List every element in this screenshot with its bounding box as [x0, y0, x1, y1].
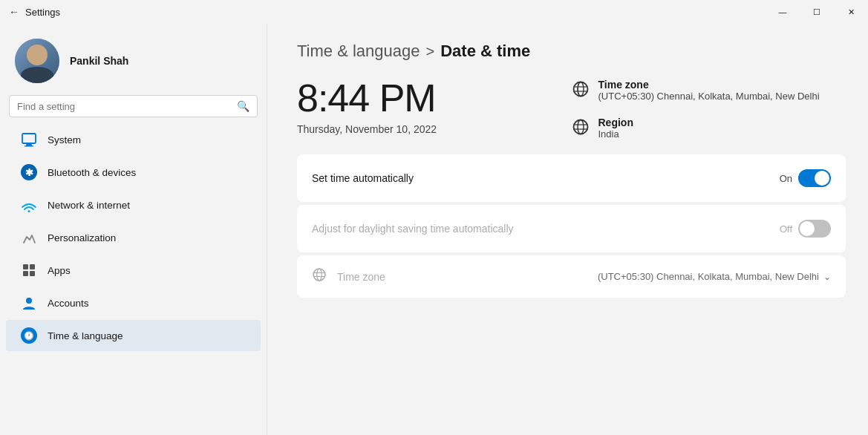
timezone-label: Time zone: [598, 79, 820, 91]
svg-rect-0: [22, 134, 36, 143]
breadcrumb: Time & language > Date & time: [297, 24, 846, 76]
daylight-card: Adjust for daylight saving time automati…: [297, 205, 846, 252]
timezone-info: Time zone (UTC+05:30) Chennai, Kolkata, …: [572, 79, 846, 102]
time-region-row: 8:44 PM Thursday, November 10, 2022: [297, 76, 846, 140]
region-info: Region India: [572, 117, 846, 140]
timezone-select-row[interactable]: Time zone (UTC+05:30) Chennai, Kolkata, …: [297, 255, 846, 298]
set-time-auto-label: Set time automatically: [312, 172, 414, 184]
sidebar-item-accounts[interactable]: Accounts: [6, 287, 261, 318]
sidebar-item-system-label: System: [48, 134, 81, 145]
toggle-thumb-off: [800, 221, 815, 236]
titlebar-controls: — ☐ ✕: [766, 0, 868, 24]
current-time: 8:44 PM: [297, 76, 572, 120]
region-label: Region: [598, 117, 633, 128]
system-icon: [21, 131, 37, 148]
accounts-icon: [21, 295, 37, 311]
daylight-toggle[interactable]: [798, 220, 831, 238]
svg-rect-2: [25, 145, 33, 147]
svg-rect-4: [23, 264, 28, 269]
svg-point-13: [573, 120, 587, 134]
timezone-select-display: (UTC+05:30) Chennai, Kolkata, Mumbai, Ne…: [598, 271, 819, 282]
set-time-auto-toggle-container: On: [780, 169, 831, 187]
svg-point-17: [313, 269, 325, 281]
maximize-button[interactable]: ☐: [800, 0, 834, 24]
sidebar-item-accounts-label: Accounts: [48, 298, 89, 309]
region-text-block: Region India: [598, 117, 633, 140]
sidebar-item-timelanguage[interactable]: 🕐 Time & language: [6, 320, 261, 351]
apps-icon: [21, 262, 37, 278]
time-section: 8:44 PM Thursday, November 10, 2022: [297, 76, 572, 135]
avatar: [15, 39, 59, 83]
user-profile: Pankil Shah: [0, 24, 267, 95]
svg-point-9: [573, 82, 587, 97]
search-box[interactable]: 🔍: [9, 95, 258, 117]
personalization-icon: [21, 229, 37, 246]
content-area: Time & language > Date & time 8:44 PM Th…: [267, 24, 868, 435]
sidebar-item-system[interactable]: System: [6, 124, 261, 155]
timezone-text-block: Time zone (UTC+05:30) Chennai, Kolkata, …: [598, 79, 820, 102]
nav-items: System ✱ Bluetooth & devices Network & i…: [0, 123, 267, 352]
sidebar-item-bluetooth-label: Bluetooth & devices: [48, 167, 136, 178]
set-time-auto-toggle[interactable]: [798, 169, 831, 187]
svg-point-3: [28, 210, 30, 212]
tz-region-section: Time zone (UTC+05:30) Chennai, Kolkata, …: [572, 76, 846, 140]
svg-point-18: [317, 269, 322, 281]
search-input[interactable]: [17, 101, 231, 112]
daylight-row: Adjust for daylight saving time automati…: [297, 205, 846, 252]
set-time-auto-state: On: [780, 173, 792, 184]
breadcrumb-current: Date & time: [440, 42, 530, 61]
close-button[interactable]: ✕: [834, 0, 868, 24]
current-date: Thursday, November 10, 2022: [297, 123, 572, 135]
timezone-select-label: Time zone: [337, 271, 598, 283]
svg-rect-1: [26, 144, 32, 145]
timezone-select-card: Time zone (UTC+05:30) Chennai, Kolkata, …: [297, 255, 846, 298]
timezone-select-value[interactable]: (UTC+05:30) Chennai, Kolkata, Mumbai, Ne…: [598, 271, 831, 282]
sidebar: Pankil Shah 🔍 System ✱: [0, 24, 267, 435]
daylight-label: Adjust for daylight saving time automati…: [312, 223, 514, 235]
timezone-value: (UTC+05:30) Chennai, Kolkata, Mumbai, Ne…: [598, 91, 820, 102]
bluetooth-icon: ✱: [21, 164, 37, 180]
set-time-auto-row: Set time automatically On: [297, 154, 846, 202]
search-icon: 🔍: [237, 100, 249, 112]
main-layout: Pankil Shah 🔍 System ✱: [0, 24, 868, 435]
breadcrumb-separator: >: [426, 43, 435, 60]
settings-cards: Set time automatically On Adjust for day…: [297, 154, 846, 301]
user-name: Pankil Shah: [70, 55, 128, 67]
chevron-down-icon: ⌄: [823, 272, 831, 282]
daylight-toggle-container: Off: [780, 220, 831, 238]
svg-rect-6: [23, 271, 28, 276]
toggle-thumb-on: [815, 171, 829, 186]
back-icon[interactable]: ←: [9, 6, 19, 18]
minimize-button[interactable]: —: [766, 0, 800, 24]
svg-point-8: [26, 298, 32, 304]
set-time-auto-right: On: [780, 169, 831, 187]
sidebar-item-apps-label: Apps: [48, 265, 71, 276]
sidebar-item-apps[interactable]: Apps: [6, 255, 261, 286]
titlebar: ← Settings — ☐ ✕: [0, 0, 868, 24]
daylight-state: Off: [780, 223, 792, 235]
sidebar-item-network-label: Network & internet: [48, 200, 130, 211]
sidebar-item-bluetooth[interactable]: ✱ Bluetooth & devices: [6, 157, 261, 188]
timelanguage-icon: 🕐: [21, 327, 37, 344]
svg-rect-5: [30, 264, 35, 269]
sidebar-item-personalization[interactable]: Personalization: [6, 222, 261, 253]
daylight-right: Off: [780, 220, 831, 238]
network-icon: [21, 197, 37, 213]
timezone-globe-icon: [572, 80, 590, 102]
timezone-select-icon: [312, 267, 327, 286]
breadcrumb-parent: Time & language: [297, 42, 420, 61]
set-time-auto-card: Set time automatically On: [297, 154, 846, 202]
sidebar-item-network[interactable]: Network & internet: [6, 189, 261, 220]
svg-point-14: [578, 120, 584, 134]
svg-rect-7: [30, 271, 35, 276]
sidebar-item-personalization-label: Personalization: [48, 232, 116, 243]
region-value: India: [598, 128, 633, 140]
titlebar-left: ← Settings: [9, 6, 60, 18]
region-globe-icon: [572, 118, 590, 140]
sidebar-item-timelanguage-label: Time & language: [48, 330, 123, 341]
app-title: Settings: [25, 7, 60, 18]
